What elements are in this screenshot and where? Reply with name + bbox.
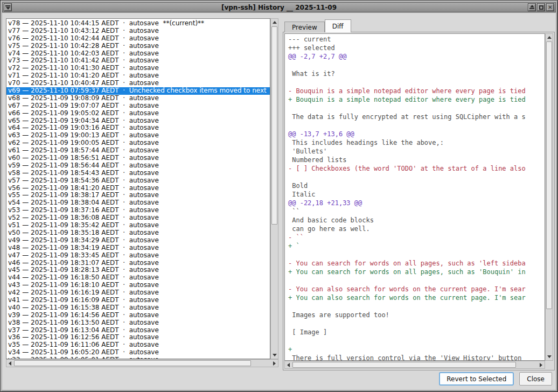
window-menu-button[interactable]	[4, 3, 12, 11]
list-item[interactable]: v44 — 2025-11-09 16:18:50 AEDT · autosav…	[6, 274, 270, 282]
diff-line: Numbered lists	[288, 156, 545, 164]
list-item[interactable]: v66 — 2025-11-09 19:05:02 AEDT · autosav…	[6, 110, 270, 117]
list-item[interactable]: v75 — 2025-11-10 10:42:28 AEDT · autosav…	[6, 43, 270, 50]
list-item[interactable]: v42 — 2025-11-09 16:16:19 AEDT · autosav…	[6, 289, 270, 297]
diff-line: @@ -22,18 +21,33 @@	[288, 199, 545, 207]
list-item[interactable]: v69 — 2025-11-10 07:59:37 AEDT · Uncheck…	[6, 87, 270, 95]
list-item[interactable]: v54 — 2025-11-09 18:38:04 AEDT · autosav…	[6, 199, 270, 207]
list-vscroll-thumb[interactable]	[271, 26, 277, 225]
diff-line	[288, 302, 545, 311]
diff-line: --- current	[288, 35, 545, 44]
diff-line: And basic code blocks	[288, 216, 545, 225]
list-item[interactable]: v37 — 2025-11-09 16:13:04 AEDT · autosav…	[6, 327, 270, 334]
diff-hscroll-thumb[interactable]	[292, 362, 516, 368]
list-item[interactable]: v46 — 2025-11-09 18:31:07 AEDT · autosav…	[6, 260, 270, 267]
list-horizontal-scrollbar[interactable]	[6, 359, 278, 367]
diff-vscroll-thumb[interactable]	[546, 41, 552, 309]
window-title: [vpn-ssh] History __ 2025-11-09	[221, 4, 337, 11]
titlebar[interactable]: [vpn-ssh] History __ 2025-11-09 ✕	[2, 2, 556, 12]
list-item[interactable]: v68 — 2025-11-09 19:08:09 AEDT · autosav…	[6, 95, 270, 102]
list-item[interactable]: v39 — 2025-11-09 16:14:56 AEDT · autosav…	[6, 312, 270, 319]
list-item[interactable]: v47 — 2025-11-09 18:33:45 AEDT · autosav…	[6, 252, 270, 260]
list-item[interactable]: v50 — 2025-11-09 18:35:18 AEDT · autosav…	[6, 229, 270, 237]
diff-line: + You can also search for words on the c…	[288, 293, 545, 302]
diff-horizontal-scrollbar[interactable]	[284, 361, 545, 369]
scroll-down-arrow-icon[interactable]	[271, 352, 278, 359]
close-button[interactable]: ✕	[546, 3, 554, 11]
list-item[interactable]: v56 — 2025-11-09 18:41:20 AEDT · autosav…	[6, 185, 270, 192]
shade-icon	[530, 5, 534, 8]
list-hscroll-thumb[interactable]	[14, 360, 251, 366]
tab-diff[interactable]: Diff	[325, 19, 351, 32]
list-item[interactable]: v70 — 2025-11-10 10:40:47 AEDT · autosav…	[6, 80, 270, 87]
list-item[interactable]: v73 — 2025-11-10 10:41:42 AEDT · autosav…	[6, 57, 270, 65]
diff-line: [ Image ]	[288, 328, 545, 337]
scroll-left-arrow-icon[interactable]	[6, 360, 13, 367]
scroll-right-arrow-icon[interactable]	[271, 360, 278, 367]
list-item[interactable]: v76 — 2025-11-10 10:42:44 AEDT · autosav…	[6, 35, 270, 43]
diff-line	[288, 337, 545, 345]
list-item[interactable]: v34 — 2025-11-09 16:05:20 AEDT · autosav…	[6, 349, 270, 356]
list-item[interactable]: v51 — 2025-11-09 18:35:42 AEDT · autosav…	[6, 222, 270, 229]
list-item[interactable]: v53 — 2025-11-09 18:37:16 AEDT · autosav…	[6, 207, 270, 214]
shade-button[interactable]	[528, 3, 536, 11]
list-item[interactable]: v62 — 2025-11-09 19:00:05 AEDT · autosav…	[6, 139, 270, 147]
version-list[interactable]: v78 — 2025-11-10 10:44:15 AEDT · autosav…	[6, 18, 270, 359]
revert-to-selected-button[interactable]: Revert to Selected	[439, 372, 514, 386]
diff-line: @@ -2,7 +2,7 @@	[288, 52, 545, 61]
list-item[interactable]: v52 — 2025-11-09 18:36:08 AEDT · autosav…	[6, 214, 270, 222]
list-item[interactable]: v43 — 2025-11-09 16:18:10 AEDT · autosav…	[6, 282, 270, 289]
diff-panel: --- current+++ selected@@ -2,7 +2,7 @@ W…	[283, 32, 555, 370]
scrollbar-corner	[545, 361, 553, 369]
list-item[interactable]: v67 — 2025-11-09 19:07:07 AEDT · autosav…	[6, 102, 270, 110]
diff-line: This includes headings like the above,:	[288, 138, 545, 147]
maximize-button[interactable]	[537, 3, 545, 11]
close-dialog-button[interactable]: Close	[519, 372, 552, 386]
diff-text[interactable]: --- current+++ selected@@ -2,7 +2,7 @@ W…	[284, 33, 545, 361]
list-item[interactable]: v58 — 2025-11-09 18:54:43 AEDT · autosav…	[6, 170, 270, 177]
diff-line	[288, 319, 545, 328]
diff-line: @@ -13,7 +13,6 @@	[288, 130, 545, 138]
list-item[interactable]: v41 — 2025-11-09 16:16:09 AEDT · autosav…	[6, 297, 270, 304]
list-item[interactable]: v71 — 2025-11-10 10:41:20 AEDT · autosav…	[6, 72, 270, 80]
diff-line: There is full version control via the 'V…	[288, 354, 545, 361]
list-item[interactable]: v49 — 2025-11-09 18:34:29 AEDT · autosav…	[6, 237, 270, 244]
list-item[interactable]: v78 — 2025-11-10 10:44:15 AEDT · autosav…	[6, 20, 270, 27]
diff-vertical-scrollbar[interactable]	[545, 33, 553, 361]
diff-line: The data is fully encrypted at rest usin…	[288, 113, 545, 121]
history-window: [vpn-ssh] History __ 2025-11-09 ✕ v78 — …	[0, 0, 558, 392]
diff-line: Italic	[288, 190, 545, 199]
list-vertical-scrollbar[interactable]	[270, 18, 278, 359]
diff-line	[288, 61, 545, 69]
scroll-right-arrow-icon[interactable]	[538, 361, 545, 368]
scroll-left-arrow-icon[interactable]	[285, 361, 292, 368]
diff-line: 'Bullets'	[288, 147, 545, 156]
list-item[interactable]: v74 — 2025-11-10 10:42:03 AEDT · autosav…	[6, 50, 270, 58]
list-item[interactable]: v59 — 2025-11-09 18:56:44 AEDT · autosav…	[6, 162, 270, 170]
list-item[interactable]: v61 — 2025-11-09 18:57:44 AEDT · autosav…	[6, 147, 270, 155]
footer-button-row: Revert to Selected Close	[439, 372, 552, 386]
diff-line: can go here as well.	[288, 225, 545, 233]
list-item[interactable]: v77 — 2025-11-10 10:43:12 AEDT · autosav…	[6, 27, 270, 35]
scroll-up-arrow-icon[interactable]	[546, 34, 553, 41]
list-item[interactable]: v38 — 2025-11-09 16:13:50 AEDT · autosav…	[6, 319, 270, 327]
list-item[interactable]: v64 — 2025-11-09 19:03:16 AEDT · autosav…	[6, 124, 270, 132]
list-item[interactable]: v45 — 2025-11-09 18:28:13 AEDT · autosav…	[6, 267, 270, 274]
list-item[interactable]: v35 — 2025-11-09 16:11:06 AEDT · autosav…	[6, 341, 270, 349]
list-item[interactable]: v57 — 2025-11-09 18:54:36 AEDT · autosav…	[6, 177, 270, 185]
diff-line: - Bouquin is a simple notepad editor whe…	[288, 87, 545, 95]
list-item[interactable]: v60 — 2025-11-09 18:56:51 AEDT · autosav…	[6, 155, 270, 162]
scroll-down-arrow-icon[interactable]	[546, 353, 553, 360]
tab-preview[interactable]: Preview	[284, 22, 325, 32]
list-item[interactable]: v55 — 2025-11-09 18:38:17 AEDT · autosav…	[6, 192, 270, 199]
list-item[interactable]: v63 — 2025-11-09 19:00:13 AEDT · autosav…	[6, 132, 270, 139]
list-item[interactable]: v48 — 2025-11-09 18:34:19 AEDT · autosav…	[6, 244, 270, 252]
window-menu-icon	[5, 5, 10, 6]
diff-line: - ``	[288, 233, 545, 242]
scroll-up-arrow-icon[interactable]	[271, 19, 278, 26]
diff-line: ``	[288, 207, 545, 216]
list-item[interactable]: v65 — 2025-11-09 19:04:34 AEDT · autosav…	[6, 117, 270, 125]
list-item[interactable]: v40 — 2025-11-09 16:15:38 AEDT · autosav…	[6, 304, 270, 312]
list-item[interactable]: v36 — 2025-11-09 16:12:56 AEDT · autosav…	[6, 334, 270, 341]
list-item[interactable]: v72 — 2025-11-10 10:41:30 AEDT · autosav…	[6, 65, 270, 72]
